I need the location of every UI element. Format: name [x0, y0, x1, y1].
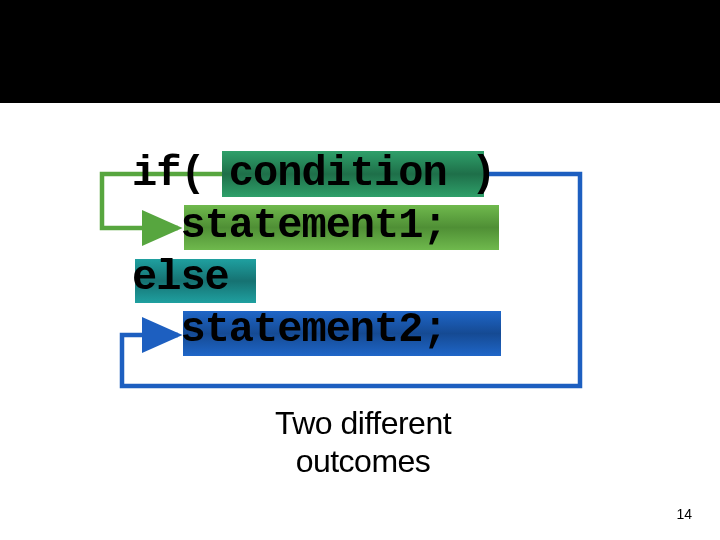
- statement1-text: statement1: [180, 202, 422, 250]
- paren-open: (: [180, 150, 204, 198]
- indent-2: [132, 306, 180, 354]
- indent-1: [132, 202, 180, 250]
- code-block: if( condition ) statement1; else stateme…: [132, 148, 495, 356]
- semi-2: ;: [422, 306, 446, 354]
- condition-text: condition: [205, 150, 471, 198]
- caption-line-2: outcomes: [233, 442, 493, 480]
- caption-line-1: Two different: [233, 404, 493, 442]
- statement2-text: statement2: [180, 306, 422, 354]
- semi-1: ;: [422, 202, 446, 250]
- code-line-4: statement2;: [132, 304, 495, 356]
- code-line-3: else: [132, 252, 495, 304]
- kw-if: if: [132, 150, 180, 198]
- code-line-2: statement1;: [132, 200, 495, 252]
- code-line-1: if( condition ): [132, 148, 495, 200]
- paren-close: ): [471, 150, 495, 198]
- kw-else: else: [132, 254, 229, 302]
- caption: Two different outcomes: [233, 404, 493, 480]
